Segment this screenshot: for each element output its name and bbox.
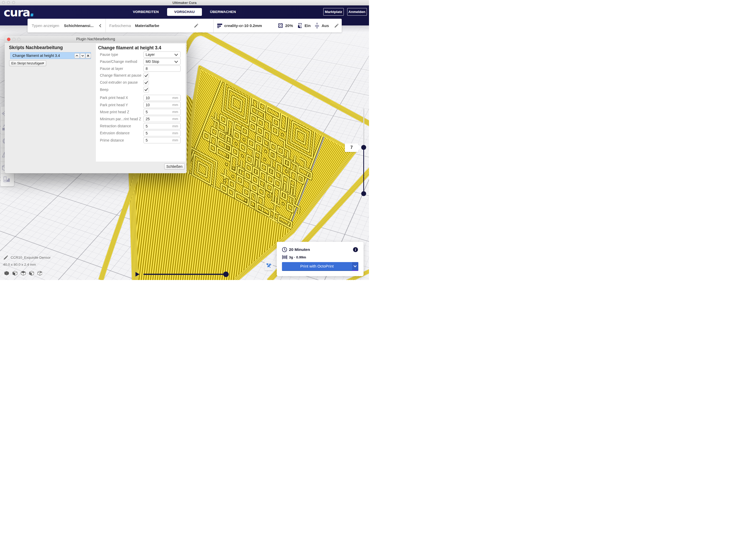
chevron-left-icon[interactable] [98,24,102,28]
setting-label: Change filament at pause [100,73,141,77]
setting-unit: mm [172,95,178,101]
dialog-titlebar[interactable]: Plugin Nachbearbeitung [5,36,187,43]
setting-dropdown[interactable]: M0 Stop [143,58,180,65]
material-estimate: 3g · 0.99m [289,255,306,259]
print-button-label[interactable]: Print with OctoPrint [282,262,352,270]
dialog-close-action-button[interactable]: Schließen [164,163,185,170]
setting-checkbox[interactable] [143,87,149,92]
setting-label: Move print head Z [100,110,129,114]
setting-value: 10 [146,102,150,108]
play-button[interactable] [135,272,139,276]
infill-value[interactable]: 20% [285,19,293,32]
setting-checkbox[interactable] [143,73,149,78]
print-job-panel: 20 Minuten i 3g · 0.99m Print with OctoP… [277,242,364,276]
octoprint-settings-button[interactable] [265,261,273,270]
chevron-down-icon [80,53,85,58]
edit-pencil-icon[interactable] [194,23,199,28]
cube-icon-left[interactable] [29,271,34,275]
tab-vorbereiten[interactable]: VORBEREITEN [129,8,163,16]
svg-text:i: i [355,247,356,251]
setting-unit: mm [172,116,178,122]
print-button[interactable]: Print with OctoPrint [282,262,358,271]
setting-input[interactable]: 5mm [143,130,180,136]
info-icon[interactable]: i [353,247,358,252]
chevron-down-icon [174,60,178,63]
print-button-accent-purple [352,270,358,271]
setting-dropdown[interactable]: Layer [143,51,180,58]
add-script-button[interactable]: Ein Skript hinzufügen [9,60,46,66]
tab-ueberwachen[interactable]: ÜBERWACHEN [206,8,240,16]
printer-profile-value[interactable]: creality-cr-10 0.2mm [224,19,262,32]
model-size: 40.0 x 80.0 x 2.4 mm [3,262,36,266]
checkmark-icon [144,87,149,92]
tools-wrench-icon [266,263,271,268]
setting-value: 8 [146,66,148,71]
material-icon [282,255,287,259]
model-name[interactable]: CCR10_Exquisite Densor [11,255,51,259]
toolbar-separator [1,173,14,174]
remove-script-button[interactable] [85,53,91,58]
window-title: Ultimaker Cura [0,1,369,5]
cube-icon-outline[interactable] [38,271,42,275]
stagebar-divider2 [213,19,214,32]
setting-value: 5 [146,137,148,143]
app-window: Ultimaker Cura cura VORBEREITEN VORSCHAU… [0,0,369,280]
setting-label: Pause type [100,52,118,57]
path-slider-handle[interactable] [223,271,229,277]
layer-slider-lower-handle[interactable] [361,191,366,196]
printer-edit-pencil-icon[interactable] [334,23,339,28]
setting-label: Beep [100,87,109,92]
layer-slider-range[interactable] [363,147,364,193]
chevron-down-icon [174,53,178,56]
model-edit-pencil-icon[interactable] [3,255,8,260]
setting-unit: mm [172,137,178,143]
signin-button[interactable]: Anmelden [347,8,367,16]
setting-checkbox[interactable] [143,80,149,85]
cube-icon-top[interactable] [21,271,25,275]
selected-script-row[interactable]: Change filament at height 3.4 [10,52,91,59]
setting-label: Park print head X [100,96,128,100]
setting-input[interactable]: 5mm [143,137,180,143]
dialog-title: Plugin Nachbearbeitung [5,37,187,41]
marketplace-button[interactable]: Marktplatz [323,8,344,16]
setting-unit: mm [172,130,178,136]
setting-value: 5 [146,130,148,136]
view-type-value[interactable]: Schichtenansi... [64,19,93,32]
setting-label: Pause/Change method [100,59,137,64]
close-x-icon [86,53,90,58]
support-blocker-icon[interactable] [3,176,10,183]
support-value[interactable]: Ein [305,19,311,32]
selected-script-label: Change filament at height 3.4 [12,52,60,59]
move-script-up-button[interactable] [74,53,80,58]
scripts-heading: Skripts Nachbearbeitung [9,45,63,50]
cube-icon-solid[interactable] [4,271,9,275]
stage-toolbar: Typen anzeigen Schichtenansi... Farbsche… [28,19,342,32]
setting-input[interactable]: 10mm [143,95,180,101]
setting-value: M0 Stop [146,59,159,64]
support-icon [298,23,302,28]
script-settings-panel: Change filament at height 3.4 Pause type… [96,44,185,161]
add-script-button-label: Ein Skript hinzufügen [11,61,43,65]
post-processing-dialog: Plugin Nachbearbeitung Skripts Nachbearb… [5,36,187,173]
chevron-down-icon [353,265,357,268]
move-script-down-button[interactable] [80,53,85,58]
adhesion-value[interactable]: Aus [322,19,329,32]
setting-unit: mm [172,123,178,129]
setting-input[interactable]: 10mm [143,102,180,108]
layer-slider-track[interactable] [363,109,364,148]
window-titlebar: Ultimaker Cura [0,0,369,5]
setting-input[interactable]: 8 [143,65,180,72]
setting-input[interactable]: 25mm [143,116,180,122]
setting-label: Cool extruder on pause [100,80,138,84]
checkmark-icon [144,73,149,78]
cube-icon-front[interactable] [13,271,17,275]
tab-vorschau[interactable]: VORSCHAU [167,8,202,16]
setting-input[interactable]: 5mm [143,123,180,129]
setting-input[interactable]: 5mm [143,109,180,115]
color-scheme-label: Farbschema [109,19,131,32]
setting-value: 10 [146,95,150,101]
print-button-dropdown[interactable] [352,262,358,270]
setting-value: 5 [146,123,148,129]
checkmark-icon [144,80,149,85]
color-scheme-value[interactable]: Materialfarbe [135,19,159,32]
